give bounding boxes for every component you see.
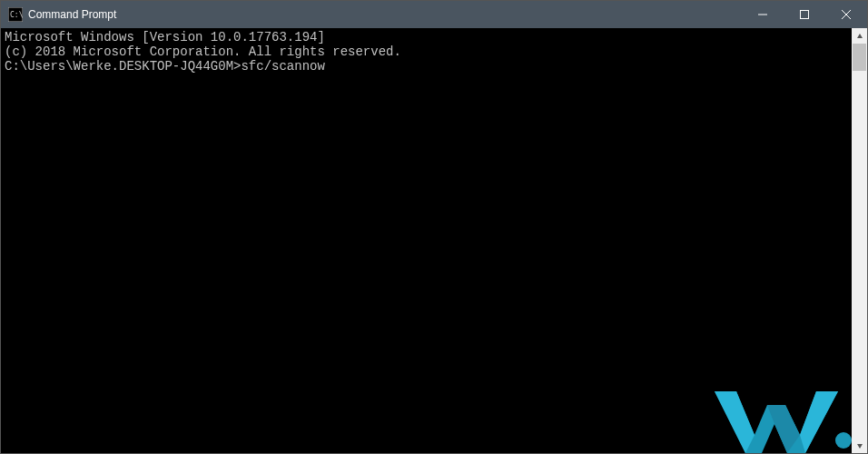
command-prompt-window: C:\ Command Prompt Microsoft Windows [Ve… xyxy=(0,0,868,454)
vertical-scrollbar[interactable] xyxy=(852,28,867,453)
scroll-track[interactable] xyxy=(852,44,867,438)
titlebar[interactable]: C:\ Command Prompt xyxy=(1,1,867,28)
terminal-prompt: C:\Users\Werke.DESKTOP-JQ44G0M> xyxy=(5,59,241,74)
terminal-line: (c) 2018 Microsoft Corporation. All righ… xyxy=(5,44,848,59)
scroll-down-button[interactable] xyxy=(852,438,867,453)
terminal-line: Microsoft Windows [Version 10.0.17763.19… xyxy=(5,30,848,44)
content-area: Microsoft Windows [Version 10.0.17763.19… xyxy=(1,28,867,453)
svg-rect-3 xyxy=(801,11,809,19)
minimize-button[interactable] xyxy=(742,1,784,28)
svg-text:C:\: C:\ xyxy=(10,11,23,19)
svg-marker-6 xyxy=(857,34,863,38)
window-title: Command Prompt xyxy=(28,8,116,21)
terminal-prompt-line: C:\Users\Werke.DESKTOP-JQ44G0M>sfc/scann… xyxy=(5,59,848,74)
maximize-button[interactable] xyxy=(784,1,825,28)
window-controls xyxy=(742,1,867,28)
scroll-up-button[interactable] xyxy=(852,28,867,44)
svg-marker-7 xyxy=(857,444,863,449)
cmd-icon: C:\ xyxy=(8,7,23,22)
close-button[interactable] xyxy=(825,1,867,28)
terminal-command: sfc/scannow xyxy=(241,59,324,74)
scroll-thumb[interactable] xyxy=(853,44,866,71)
terminal-output[interactable]: Microsoft Windows [Version 10.0.17763.19… xyxy=(1,28,852,453)
